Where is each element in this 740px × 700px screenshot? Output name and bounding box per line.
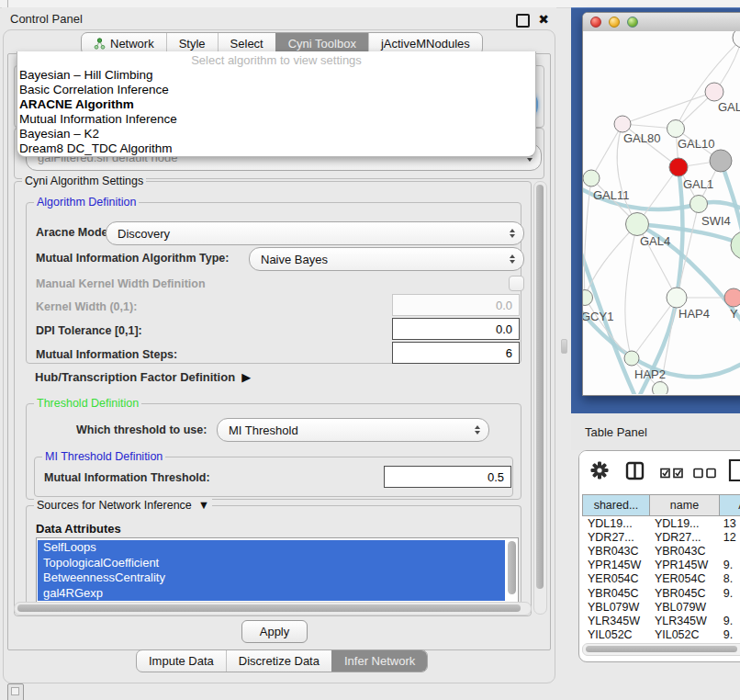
panel-splitter-handle[interactable]: [561, 339, 567, 354]
table-cell: YIL052C: [582, 628, 649, 641]
table-toolbar: [579, 451, 740, 493]
mi-steps-value: 6: [506, 346, 512, 360]
network-node[interactable]: [731, 231, 740, 259]
mi-type-label: Mutual Information Algorithm Type:: [36, 252, 229, 265]
table-row[interactable]: YDR27...YDR27...12: [582, 530, 740, 544]
dock-panel-icon[interactable]: [7, 683, 24, 700]
algorithm-option-mutual-information-inference[interactable]: Mutual Information Inference: [17, 112, 535, 127]
table-row[interactable]: YER054CYER054C8.: [582, 572, 740, 586]
table-cell: 9.: [718, 559, 740, 571]
combo-stepper-icon: [510, 254, 515, 264]
bottom-tab-impute-data[interactable]: Impute Data: [137, 650, 226, 672]
network-node[interactable]: [733, 31, 740, 48]
bottom-tab-infer-network[interactable]: Infer Network: [331, 650, 427, 672]
network-edge[interactable]: [638, 167, 682, 394]
network-node-hap4[interactable]: [667, 288, 687, 308]
table-cell: YER054C: [649, 572, 718, 585]
dpi-tolerance-field[interactable]: 0.0: [392, 318, 520, 340]
table-row[interactable]: YDL19...YDL19...13: [582, 516, 740, 530]
bottom-tab-discretize-data[interactable]: Discretize Data: [226, 650, 331, 672]
attribute-item-gal4rgexp[interactable]: gal4RGexp: [38, 586, 505, 602]
network-node-gal[interactable]: [705, 83, 723, 101]
network-edge[interactable]: [622, 92, 714, 124]
split-columns-icon[interactable]: [625, 461, 645, 484]
algorithm-option-basic-correlation-inference[interactable]: Basic Correlation Inference: [17, 83, 535, 97]
table-row[interactable]: YIL052CYIL052C9.: [582, 628, 740, 642]
mi-threshold-field[interactable]: 0.5: [384, 466, 511, 488]
table-row[interactable]: YBR043CYBR043C: [582, 544, 740, 558]
collapsed-arrow-icon[interactable]: ▶: [239, 370, 252, 384]
page-icon[interactable]: [728, 458, 740, 486]
network-node-gal4[interactable]: [626, 213, 649, 236]
network-canvas[interactable]: GALGAL80GAL10GAL1GAL11SWI4GAL4GCY1HAP4YH…: [583, 31, 740, 394]
column-header-name[interactable]: name: [650, 494, 720, 516]
algorithm-definition-group: Algorithm Definition Aracne Mode: Discov…: [26, 202, 521, 364]
table-row[interactable]: YLR345WYLR345W9.: [582, 614, 740, 627]
algorithm-option-aracne-algorithm[interactable]: ARACNE Algorithm: [17, 97, 535, 112]
close-traffic-light-icon[interactable]: [590, 17, 601, 28]
kernel-width-label: Kernel Width (0,1):: [36, 300, 137, 313]
network-edge[interactable]: [625, 224, 637, 358]
aracne-mode-label: Aracne Mode:: [36, 226, 112, 239]
sources-group-title[interactable]: Sources for Network Inference ▼: [34, 499, 212, 512]
network-node-gal11[interactable]: [583, 170, 600, 186]
which-threshold-combobox[interactable]: MI Threshold: [217, 418, 489, 442]
network-node-hap2[interactable]: [624, 351, 639, 366]
mi-threshold-label: Mutual Information Threshold:: [44, 471, 210, 484]
close-icon[interactable]: ✖: [538, 11, 549, 28]
column-header-shared[interactable]: shared...: [582, 494, 650, 516]
algorithm-option-bayesian-hill-climbing[interactable]: Bayesian – Hill Climbing: [17, 68, 535, 83]
table-cell: YLR345W: [582, 615, 649, 627]
attribute-item-topologicalcoefficient[interactable]: TopologicalCoefficient: [38, 556, 505, 571]
network-node[interactable]: [653, 382, 668, 395]
network-window-titlebar[interactable]: [583, 13, 740, 32]
table-cell: 13: [718, 517, 740, 530]
network-node-gcy1[interactable]: [583, 290, 593, 306]
algorithm-definition-title: Algorithm Definition: [34, 196, 139, 209]
aracne-mode-combobox[interactable]: Discovery: [106, 221, 524, 245]
network-edge[interactable]: [676, 38, 740, 129]
minimize-traffic-light-icon[interactable]: [609, 17, 620, 28]
manual-kernel-checkbox[interactable]: [509, 276, 524, 291]
attribute-item-betweennesscentrality[interactable]: BetweennessCentrality: [38, 570, 505, 586]
network-window[interactable]: GALGAL80GAL10GAL1GAL11SWI4GAL4GCY1HAP4YH…: [582, 12, 740, 396]
column-header-a[interactable]: A: [720, 494, 740, 516]
mi-threshold-value: 0.5: [488, 470, 504, 484]
table-row[interactable]: YBL079WYBL079W: [582, 600, 740, 614]
table-horizontal-scrollbar[interactable]: [582, 643, 740, 656]
settings-vertical-scrollbar-thumb[interactable]: [536, 185, 544, 589]
algorithm-option-bayesian-k2[interactable]: Bayesian – K2: [17, 127, 535, 141]
list-scrollbar-thumb[interactable]: [508, 541, 516, 594]
table-row[interactable]: YBR045CYBR045C9.: [582, 586, 740, 600]
network-node-gal10[interactable]: [667, 120, 685, 138]
table-row[interactable]: YPR145WYPR145W9.: [582, 559, 740, 572]
network-node-gal1[interactable]: [669, 158, 688, 176]
network-node-swi4[interactable]: [690, 196, 708, 213]
select-all-checkboxes-icon[interactable]: [660, 466, 684, 482]
apply-button[interactable]: Apply: [241, 620, 308, 643]
mi-steps-field[interactable]: 6: [392, 342, 520, 364]
mi-type-combobox[interactable]: Naive Bayes: [249, 247, 524, 271]
settings-vertical-scrollbar[interactable]: [533, 181, 547, 615]
expanded-arrow-icon[interactable]: ▼: [195, 499, 209, 512]
data-attributes-list[interactable]: SelfLoopsTopologicalCoefficientBetweenne…: [36, 537, 519, 604]
attribute-item-selfloops[interactable]: SelfLoops: [38, 540, 505, 556]
algorithm-option-dream8-dc-tdc-algorithm[interactable]: Dream8 DC_TDC Algorithm: [17, 141, 535, 156]
kernel-width-field[interactable]: 0.0: [392, 294, 520, 316]
settings-gear-icon[interactable]: [590, 461, 609, 483]
network-node-gal80[interactable]: [614, 116, 631, 132]
mi-threshold-group-title: MI Threshold Definition: [42, 450, 165, 463]
network-node[interactable]: [710, 150, 732, 172]
zoom-traffic-light-icon[interactable]: [627, 17, 638, 28]
kernel-width-value: 0.0: [496, 299, 512, 312]
table-cell: YBL079W: [582, 601, 649, 614]
network-node-y[interactable]: [724, 288, 740, 307]
hub-definition-expander[interactable]: Hub/Transcription Factor Definition ▶: [35, 370, 251, 384]
table-cell: 9.: [718, 587, 740, 600]
deselect-all-checkboxes-icon[interactable]: [693, 466, 717, 482]
network-graph[interactable]: GALGAL80GAL10GAL1GAL11SWI4GAL4GCY1HAP4YH…: [583, 31, 740, 394]
table-horizontal-scrollbar-thumb[interactable]: [586, 646, 737, 652]
settings-horizontal-scrollbar[interactable]: [14, 602, 532, 615]
undock-icon[interactable]: [516, 14, 530, 28]
settings-horizontal-scrollbar-thumb[interactable]: [17, 604, 521, 612]
